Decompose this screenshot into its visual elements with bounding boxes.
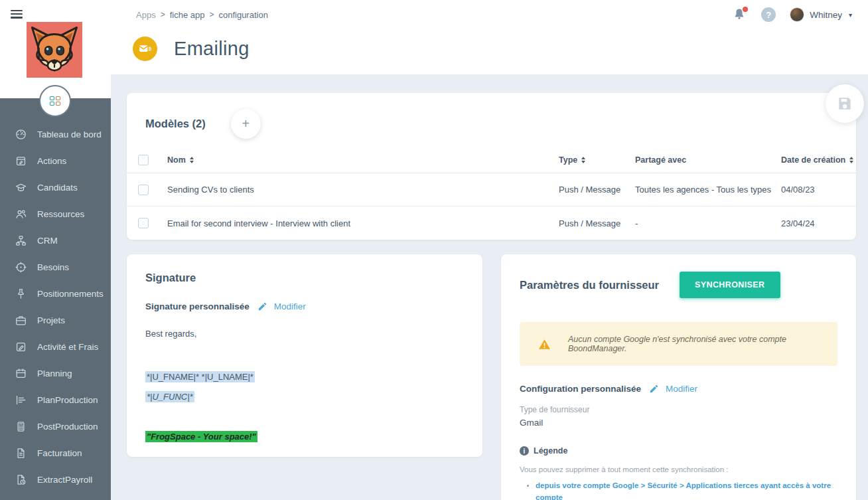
provider-card: Paramètres du fournisseur SYNCHRONISER A… <box>501 254 856 500</box>
sidebar-item[interactable]: CRM <box>0 227 111 254</box>
row-checkbox[interactable] <box>138 185 149 195</box>
user-name: Whitney <box>810 10 842 20</box>
signature-card: Signature Signature personnalisée Modifi… <box>127 254 482 457</box>
legend-header: i Légende <box>520 446 837 456</box>
sidebar-item-label: Activité et Frais <box>37 342 98 352</box>
sidebar-item-label: CRM <box>37 236 58 246</box>
table-row[interactable]: Email for second interview - Interview w… <box>127 207 856 240</box>
signature-subtitle: Signature personnalisée <box>145 301 250 311</box>
hamburger-menu-icon[interactable] <box>5 5 28 23</box>
sidebar: Tableau de bord Actions Candidats Ressou… <box>0 0 111 500</box>
info-icon: i <box>520 446 529 456</box>
chevron-down-icon: ▾ <box>849 11 852 19</box>
sidebar-item[interactable]: Positionnements <box>0 280 111 307</box>
topbar-right: ? Whitney ▾ <box>733 7 852 22</box>
breadcrumb: Apps > fiche app > configuration <box>127 10 268 20</box>
sidebar-item[interactable]: Planning <box>0 360 111 386</box>
sidebar-item[interactable]: Actions <box>0 147 111 174</box>
config-modify-link[interactable]: Modifier <box>666 384 697 394</box>
save-button[interactable] <box>826 84 864 123</box>
select-all-checkbox[interactable] <box>138 155 149 165</box>
column-header[interactable]: Date de création <box>781 155 856 165</box>
sidebar-item[interactable]: Ressources <box>0 201 111 227</box>
sidebar-item-label: Positionnements <box>37 289 104 299</box>
notification-badge <box>743 7 748 12</box>
model-name-cell[interactable]: Email for second interview - Interview w… <box>167 218 559 228</box>
user-menu[interactable]: Whitney ▾ <box>790 7 852 22</box>
row-checkbox[interactable] <box>138 218 149 228</box>
breadcrumb-item[interactable]: > fiche app <box>156 10 205 20</box>
payroll-icon <box>15 473 27 486</box>
sidebar-item[interactable]: Besoins <box>0 254 111 280</box>
planproduction-icon <box>15 394 27 406</box>
floppy-disk-icon <box>836 95 853 112</box>
topbar: Apps > fiche app > configuration ? Whitn… <box>111 0 868 29</box>
sidebar-item[interactable]: ExtractPayroll <box>0 466 111 493</box>
sidebar-item-label: Projets <box>37 315 65 325</box>
model-shared-cell: - <box>635 218 781 228</box>
sort-icon[interactable] <box>190 157 194 163</box>
needs-icon <box>15 261 27 274</box>
signature-modify-link[interactable]: Modifier <box>274 301 306 311</box>
column-header[interactable]: Type <box>559 155 635 165</box>
model-type-cell: Push / Message <box>559 185 635 195</box>
sidebar-item[interactable]: Activité et Frais <box>0 333 111 360</box>
sidebar-item-label: Planning <box>37 369 72 378</box>
add-model-button[interactable]: + <box>231 109 261 139</box>
breadcrumb-item[interactable]: > configuration <box>204 10 267 20</box>
models-card-title: Modèles (2) <box>145 118 206 130</box>
table-body: Sending CVs to clients Push / Message To… <box>127 173 856 240</box>
legend-intro: Vous pouvez supprimer à tout moment cett… <box>520 465 837 473</box>
header-checkbox-cell <box>138 155 167 165</box>
legend-link[interactable]: depuis votre compte Google > Sécurité > … <box>536 480 837 500</box>
table-row[interactable]: Sending CVs to clients Push / Message To… <box>127 173 856 207</box>
notifications-bell-icon[interactable] <box>733 7 747 22</box>
sidebar-item[interactable]: Projets <box>0 307 111 333</box>
sidebar-item[interactable]: Facturation <box>0 440 111 466</box>
page-header: Emailing <box>111 29 868 74</box>
breadcrumb-label[interactable]: fiche app <box>170 10 205 20</box>
models-card: Modèles (2) + Nom Type Partagé avec Date <box>127 93 856 240</box>
sidebar-menu: Tableau de bord Actions Candidats Ressou… <box>0 98 111 493</box>
billing-icon <box>15 447 27 459</box>
apps-grid-icon <box>50 96 60 106</box>
sidebar-item-label: Tableau de bord <box>37 129 102 139</box>
column-header[interactable]: Partagé avec <box>635 155 781 165</box>
resources-icon <box>15 208 27 220</box>
sidebar-item-label: Besoins <box>37 262 69 272</box>
signature-line: Best regards, <box>145 327 464 340</box>
breadcrumb-label[interactable]: configuration <box>218 10 267 20</box>
sidebar-item-label: Ressources <box>37 209 84 219</box>
candidates-icon <box>15 181 27 194</box>
model-name-cell[interactable]: Sending CVs to clients <box>167 185 559 195</box>
column-header[interactable]: Nom <box>167 155 559 165</box>
sidebar-item-label: ExtractPayroll <box>37 475 92 485</box>
activity-icon <box>15 341 27 353</box>
main-area: Apps > fiche app > configuration ? Whitn… <box>111 0 868 500</box>
breadcrumb-separator: > <box>209 10 214 19</box>
synchronize-button[interactable]: SYNCHRONISER <box>680 272 780 298</box>
breadcrumb-label[interactable]: Apps <box>136 10 156 20</box>
sidebar-item[interactable]: PlanProduction <box>0 386 111 413</box>
legend-title: Légende <box>534 446 567 456</box>
sidebar-item[interactable]: Tableau de bord <box>0 121 111 147</box>
sort-icon[interactable] <box>581 157 585 163</box>
sort-icon[interactable] <box>849 157 853 163</box>
signature-line: *|U_FNAME|* *|U_LNAME|* <box>145 371 464 383</box>
model-type-cell: Push / Message <box>559 218 635 228</box>
provider-card-title: Paramètres du fournisseur <box>520 279 659 292</box>
apps-grid-button[interactable] <box>39 85 71 117</box>
signature-card-title: Signature <box>145 272 464 284</box>
model-created-cell: 04/08/23 <box>781 185 856 195</box>
breadcrumb-item[interactable]: Apps <box>127 10 156 20</box>
signature-subtitle-row: Signature personnalisée Modifier <box>145 301 464 311</box>
warning-icon <box>538 339 551 350</box>
model-shared-cell: Toutes les agences - Tous les types <box>635 185 781 195</box>
bottom-row: Signature Signature personnalisée Modifi… <box>127 254 856 500</box>
breadcrumb-separator: > <box>161 10 165 19</box>
sidebar-item[interactable]: Candidats <box>0 174 111 201</box>
fox-logo <box>27 22 82 78</box>
models-card-header: Modèles (2) + <box>127 93 856 147</box>
help-icon[interactable]: ? <box>761 7 776 22</box>
sidebar-item[interactable]: PostProduction <box>0 413 111 440</box>
